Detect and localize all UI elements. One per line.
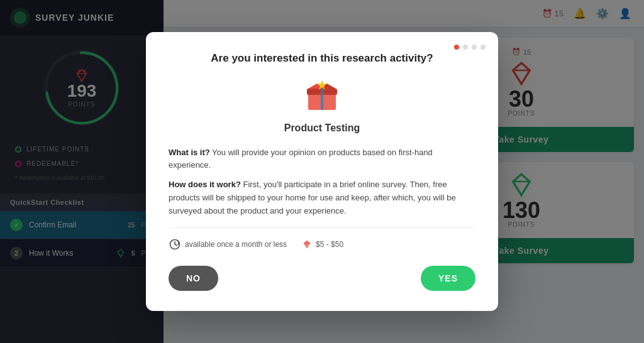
modal-dot-4 xyxy=(480,45,486,50)
meta-availability: available once a month or less xyxy=(169,238,287,251)
modal-title: Are you interested in this research acti… xyxy=(169,52,475,65)
modal-subtitle: Product Testing xyxy=(169,122,475,134)
modal-product-icon xyxy=(169,75,475,115)
modal-footer: NO YES xyxy=(169,266,475,291)
product-box-svg xyxy=(303,75,341,112)
yes-button[interactable]: YES xyxy=(421,266,475,291)
modal-meta: available once a month or less $5 - $50 xyxy=(169,238,475,251)
modal-dots xyxy=(454,45,486,50)
reward-diamond-icon xyxy=(302,239,312,249)
refresh-icon xyxy=(169,238,181,251)
modal-dot-2 xyxy=(463,45,468,50)
modal-how-does-it-work: How does it work? First, you'll particip… xyxy=(169,178,475,217)
modal: Are you interested in this research acti… xyxy=(146,32,498,312)
modal-overlay: Are you interested in this research acti… xyxy=(0,0,644,343)
how-does-it-work-label: How does it work? xyxy=(169,180,241,189)
meta-reward: $5 - $50 xyxy=(302,239,343,249)
availability-text: available once a month or less xyxy=(185,240,287,249)
modal-divider xyxy=(169,227,475,228)
modal-header: Are you interested in this research acti… xyxy=(169,52,475,134)
reward-text: $5 - $50 xyxy=(316,240,343,249)
no-button[interactable]: NO xyxy=(169,266,218,291)
svg-marker-22 xyxy=(304,241,311,249)
modal-dot-3 xyxy=(472,45,477,50)
what-is-it-label: What is it? xyxy=(169,148,210,157)
modal-what-is-it: What is it? You will provide your opinio… xyxy=(169,146,475,173)
modal-dot-1 xyxy=(454,45,459,50)
